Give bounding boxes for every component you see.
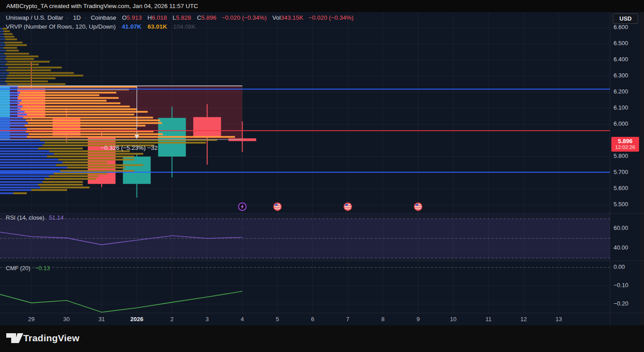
vrvp-legend[interactable]: VRVP (Number Of Rows, 120, Up/Down) 41.0… bbox=[6, 23, 196, 30]
volume-profile-row bbox=[0, 30, 10, 32]
volume-profile-row bbox=[0, 77, 55, 79]
time-axis-label: 8 bbox=[381, 316, 384, 322]
volume-profile-row bbox=[0, 189, 67, 191]
high-label: H bbox=[148, 14, 152, 21]
vrvp-down-value: 63.01K bbox=[148, 23, 167, 30]
price-tick-label: 6.000 bbox=[614, 120, 628, 127]
volume-profile-row bbox=[0, 36, 14, 38]
time-axis-label: 10 bbox=[450, 316, 456, 322]
cmf-value: −0.13 bbox=[35, 265, 50, 271]
interval-label[interactable]: 1D bbox=[73, 14, 81, 21]
cmf-legend[interactable]: CMF (20) −0.13 bbox=[6, 265, 50, 271]
price-tick-label: 6.600 bbox=[614, 24, 628, 30]
time-axis-label: 30 bbox=[63, 316, 69, 322]
attribution-bar: AMBCrypto_TA created with TradingView.co… bbox=[0, 0, 644, 12]
last-price-value: 5.896 bbox=[611, 138, 639, 144]
volume-profile-row bbox=[0, 142, 206, 144]
bar-countdown: 12:02:26 bbox=[611, 144, 639, 150]
volume-profile-row bbox=[0, 102, 120, 104]
volume-profile-row bbox=[0, 61, 50, 63]
open-label: O bbox=[122, 14, 127, 21]
time-axis-label: 13 bbox=[555, 316, 562, 322]
volume-profile-row bbox=[0, 125, 145, 127]
cmf-tick-label: −0.10 bbox=[614, 282, 628, 288]
tradingview-logo-icon[interactable] bbox=[5, 332, 23, 345]
volume-profile-row bbox=[0, 167, 125, 169]
volume-profile-row bbox=[0, 100, 107, 102]
volume-profile-row bbox=[0, 170, 134, 172]
separator: · bbox=[67, 14, 69, 21]
volume-profile-row bbox=[0, 33, 13, 35]
rsi-value: 51.14 bbox=[49, 214, 64, 221]
tradingview-brand-text[interactable]: TradingView bbox=[23, 333, 80, 344]
volume-profile-row bbox=[0, 156, 134, 157]
symbol-name[interactable]: Uniswap / U.S. Dollar bbox=[6, 14, 63, 21]
chart-canvas[interactable]: −0.326 (−5.23%) −32 bbox=[0, 0, 644, 352]
symbol-legend[interactable]: Uniswap / U.S. Dollar · 1D · Coinbase O5… bbox=[6, 14, 354, 21]
volume-profile-row bbox=[0, 58, 34, 60]
us-flag-icon[interactable] bbox=[414, 203, 422, 211]
price-scale[interactable]: 6.6006.5006.4006.3006.2006.1006.0005.800… bbox=[610, 12, 644, 313]
price-tick-label: 5.600 bbox=[614, 185, 628, 191]
volume-profile-row bbox=[0, 136, 235, 138]
price-tick-label: 6.300 bbox=[614, 72, 628, 79]
volume-value: 343.15K bbox=[281, 14, 303, 21]
measure-label: −0.326 (−5.23%) −32 bbox=[101, 144, 158, 151]
rsi-tick-label: 60.00 bbox=[614, 225, 628, 231]
volume-profile-row bbox=[0, 67, 62, 68]
time-axis-label: 12 bbox=[520, 316, 527, 322]
high-value: 6.018 bbox=[152, 14, 167, 21]
cmf-tick-label: 0.00 bbox=[614, 263, 625, 270]
vrvp-label[interactable]: VRVP (Number Of Rows, 120, Up/Down) bbox=[6, 23, 116, 30]
rsi-legend[interactable]: RSI (14, close) 51.14 bbox=[6, 214, 64, 221]
price-tick-label: 6.200 bbox=[614, 88, 628, 95]
tradingview-chart-window: −0.326 (−5.23%) −32 AMBCrypto_TA created… bbox=[0, 0, 644, 352]
volume-profile-row bbox=[0, 173, 107, 174]
volume-profile-row bbox=[0, 83, 65, 85]
volume-profile-row bbox=[0, 86, 136, 88]
us-flag-icon[interactable] bbox=[273, 203, 281, 211]
volume-profile-row bbox=[0, 178, 96, 180]
volume-profile-row bbox=[0, 106, 130, 107]
volume-profile-row bbox=[0, 44, 27, 46]
volume-profile-row bbox=[0, 108, 137, 110]
price-tick-label: 5.800 bbox=[614, 153, 628, 159]
volume-profile-row bbox=[0, 161, 107, 163]
volume-profile-row bbox=[0, 111, 148, 113]
open-value: 5.913 bbox=[127, 14, 142, 21]
volume-profile-row bbox=[0, 47, 17, 49]
volume-label: Vol bbox=[273, 14, 281, 21]
price-tick-label: 5.700 bbox=[614, 169, 628, 175]
lightning-icon[interactable] bbox=[239, 203, 246, 211]
attribution-text: AMBCrypto_TA created with TradingView.co… bbox=[6, 3, 198, 9]
volume-profile-row bbox=[0, 117, 153, 119]
time-axis-label: 2026 bbox=[130, 316, 143, 322]
vrvp-up-value: 41.07K bbox=[122, 23, 141, 30]
time-axis-label: 31 bbox=[98, 316, 105, 322]
price-tick-label: 6.100 bbox=[614, 104, 628, 111]
cmf-label[interactable]: CMF (20) bbox=[6, 265, 30, 271]
profile-hot-strip bbox=[0, 87, 10, 117]
time-axis-label: 4 bbox=[241, 316, 244, 322]
rsi-label[interactable]: RSI (14, close) bbox=[6, 214, 44, 221]
volume-profile-row bbox=[0, 64, 39, 65]
volume-profile-row bbox=[0, 55, 38, 57]
volume-profile-row bbox=[0, 94, 99, 96]
time-axis-label: 29 bbox=[28, 316, 34, 322]
volume-profile-row bbox=[0, 114, 134, 115]
volume-profile-row bbox=[0, 164, 143, 166]
volume-profile-row bbox=[0, 122, 162, 124]
volume-profile-row bbox=[0, 119, 160, 121]
volume-profile-row bbox=[0, 92, 116, 93]
price-tick-label: 5.500 bbox=[614, 201, 628, 208]
time-axis-label: 7 bbox=[346, 316, 350, 322]
us-flag-icon[interactable] bbox=[344, 203, 352, 211]
time-axis-label: 2 bbox=[171, 316, 174, 322]
volume-profile-row bbox=[0, 81, 48, 82]
volume-profile-row bbox=[0, 75, 83, 76]
volume-profile-row bbox=[0, 72, 74, 74]
time-axis[interactable]: 29303120262345678910111213 bbox=[0, 313, 610, 325]
currency-toggle-button[interactable]: USD bbox=[613, 13, 638, 24]
time-axis-label: 11 bbox=[486, 316, 492, 322]
change-value: −0.020 (−0.34%) bbox=[222, 14, 267, 21]
